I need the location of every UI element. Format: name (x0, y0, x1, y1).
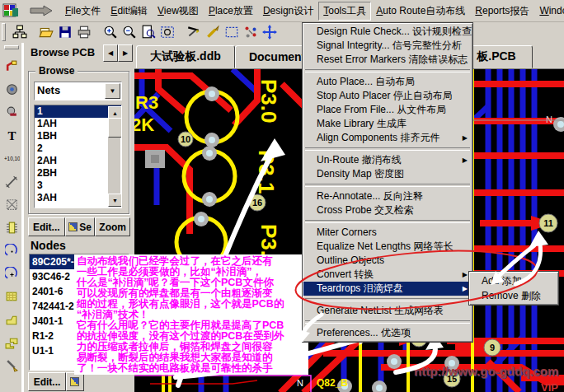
menu-item-reset-error-markers[interactable]: Reset Error Markers 清除错误标志 (303, 53, 472, 67)
select-area-icon[interactable] (223, 24, 240, 41)
menu-item-un-route[interactable]: Un-Route 撤消布线▶ (303, 153, 472, 167)
scroll-down-icon[interactable]: ▼ (108, 194, 122, 207)
menu-separator (305, 320, 470, 324)
menu-item-place-from-file[interactable]: Place From File... 从文件布局 (303, 103, 472, 117)
place-via-icon[interactable] (3, 104, 20, 120)
scroll-thumb[interactable] (108, 118, 122, 138)
menu-view[interactable]: View视图 (153, 2, 204, 21)
explorer-tree-icon[interactable] (11, 24, 28, 41)
menu-item-density-map[interactable]: Density Map 密度图 (303, 167, 472, 181)
place-polygon-cutout-icon[interactable] (3, 334, 20, 351)
zoom-out-icon[interactable] (120, 24, 138, 41)
menu-bar: File文件 Edit编辑 View视图 Place放置 Design设计 To… (0, 0, 564, 22)
svg-text:2K: 2K (134, 114, 154, 135)
nets-scrollbar[interactable]: ▲ ▼ (108, 106, 120, 207)
menu-design[interactable]: Design设计 (258, 2, 318, 21)
combo-dropdown-icon[interactable]: ▼ (105, 83, 120, 99)
menu-separator (305, 298, 470, 301)
menu-tools[interactable]: Tools工具 (318, 2, 371, 21)
toolbar-drag-handle[interactable] (2, 23, 6, 41)
menu-separator (305, 147, 470, 151)
menu-item-design-rule-check[interactable]: Design Rule Check... 设计规则检查 (303, 25, 472, 39)
submenu-arrow-icon: ▶ (463, 282, 468, 296)
browse-mode-select[interactable]: Nets ▼ (34, 82, 122, 100)
menu-item-equalize-net-lengths[interactable]: Equalize Net Lengths 网络等长 (303, 240, 472, 254)
net-label-n2: N (546, 114, 552, 124)
svg-text:10: 10 (181, 134, 190, 144)
menu-separator (305, 184, 470, 187)
menu-item-signal-integrity[interactable]: Signal Integrity... 信号完整性分析 (303, 39, 472, 53)
menu-item-outline-objects[interactable]: Outline Objects (303, 254, 472, 268)
move-cross-icon[interactable] (261, 24, 278, 41)
browse-group: Browse Nets ▼ 1 1AH 1BH 2 2AH 2BH 3 3AH … (28, 71, 129, 214)
menu-item-re-annotate[interactable]: Re-Annotate... 反向注释 (303, 189, 472, 203)
tutorial-annotation-box: 自动布线我们已经学会过了，在它之后还有 一些工作是必须要做的，比如“补泪滴”， … (74, 254, 308, 375)
svg-text:T: T (7, 128, 16, 142)
panel-next-button[interactable]: ▶ (118, 44, 133, 62)
zoom-area-icon[interactable] (158, 24, 176, 41)
submenu-arrow-icon: ▶ (463, 131, 468, 145)
menu-reports[interactable]: Reports报告 (470, 2, 534, 21)
menu-place[interactable]: Place放置 (204, 2, 258, 21)
app-logo-icon (2, 3, 19, 18)
node-edit-button[interactable]: Edit... (28, 372, 66, 391)
svg-text:P3.0: P3.0 (256, 79, 281, 124)
tools-menu-popup: Design Rule Check... 设计规则检查 Signal Integ… (302, 22, 473, 343)
zoom-document-icon[interactable] (139, 24, 157, 41)
scatter-route-icon[interactable] (242, 24, 259, 41)
menu-autoroute[interactable]: Auto Route自动布线 (371, 2, 470, 21)
save-icon[interactable] (56, 24, 73, 41)
svg-text:9: 9 (490, 343, 495, 352)
placement-toolbar: T +10,10 (0, 43, 24, 392)
protel-pcb-editor-window: { "icons": { "submenu_arrow": "▶", "comb… (0, 0, 564, 392)
menu-item-teardrops-add[interactable]: Add 添加 (470, 273, 557, 288)
open-file-icon[interactable] (37, 24, 54, 41)
menu-item-cross-probe[interactable]: Cross Probe 交叉检索 (303, 203, 472, 217)
menu-item-teardrops[interactable]: Teardrops 泪滴焊盘▶ (303, 282, 472, 296)
node-select-button[interactable] (66, 372, 84, 391)
menu-item-generate-netlist[interactable]: Generate NetList 生成网络表 (303, 304, 472, 318)
net-select-button[interactable]: Se (65, 217, 96, 236)
panel-prev-button[interactable]: ◀ (103, 44, 118, 62)
drop-arrow-icon[interactable] (29, 5, 54, 16)
place-polygon-icon[interactable] (3, 311, 20, 328)
menu-item-preferences[interactable]: Preferences... 优选项 (303, 326, 472, 340)
place-fill-icon[interactable] (3, 288, 20, 305)
menu-item-auto-place[interactable]: Auto Place... 自动布局 (303, 75, 472, 89)
place-track-icon[interactable] (3, 58, 20, 74)
net-edit-button[interactable]: Edit... (28, 217, 65, 236)
menu-item-align-components[interactable]: Align Components 排齐元件▶ (303, 131, 472, 145)
menu-item-make-library[interactable]: Make Library 生成库 (303, 117, 472, 131)
tab-design-database[interactable]: 大试验板.ddb (136, 45, 235, 68)
place-component-icon[interactable] (3, 219, 20, 236)
nets-list[interactable]: 1 1AH 1BH 2 2AH 2BH 3 3AH ▲ ▼ (34, 105, 122, 208)
menu-separator (305, 69, 470, 72)
cross-probe-icon[interactable] (185, 24, 202, 41)
menu-item-teardrops-remove[interactable]: Remove 删除 (470, 288, 557, 303)
print-icon[interactable] (75, 24, 92, 41)
menu-window[interactable]: Window窗口 (534, 2, 564, 21)
palette-drag-handle[interactable] (4, 45, 19, 49)
watermark: http://www.go-gddq.com (414, 364, 558, 378)
place-dimension-icon[interactable] (3, 173, 20, 189)
zoom-in-icon[interactable] (101, 24, 119, 41)
select-icon (68, 222, 78, 231)
menu-item-convert[interactable]: Convert 转换▶ (303, 268, 472, 282)
svg-text:+10,10: +10,10 (4, 156, 20, 161)
place-coordinate-icon[interactable]: +10,10 (3, 150, 20, 166)
place-fill-keepout-icon[interactable] (3, 196, 20, 212)
svg-text:P3.1: P3.1 (254, 150, 279, 194)
place-pad-icon[interactable] (3, 81, 20, 97)
menu-edit[interactable]: Edit编辑 (106, 2, 153, 21)
wire-pencil-icon[interactable] (204, 24, 221, 41)
svg-text:P3.: P3. (256, 224, 281, 256)
menu-file[interactable]: File文件 (60, 2, 106, 21)
split-plane-icon[interactable] (3, 357, 20, 374)
svg-text:Q82_B: Q82_B (317, 377, 348, 389)
place-text-icon[interactable]: T (3, 127, 20, 143)
place-arc-center-icon[interactable] (3, 242, 20, 259)
net-zoom-button[interactable]: Zoom (95, 217, 130, 236)
place-arc-edge-icon[interactable] (3, 265, 20, 282)
menu-item-miter-corners[interactable]: Miter Corners (303, 226, 472, 240)
menu-item-stop-auto-placer[interactable]: Stop Auto Placer 停止自动布局 (303, 89, 472, 103)
